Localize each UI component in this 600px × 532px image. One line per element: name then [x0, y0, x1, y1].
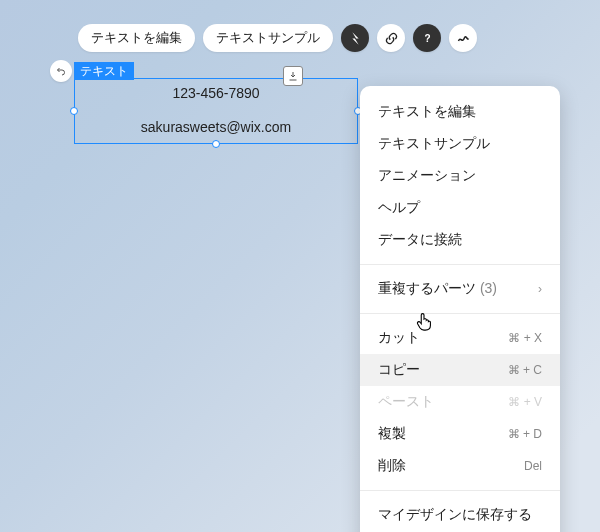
menu-duplicate[interactable]: 複製 ⌘ + D — [360, 418, 560, 450]
path-icon-button[interactable] — [449, 24, 477, 52]
editor-canvas[interactable]: テキストを編集 テキストサンプル ? テキスト 123-456-7890 sak… — [0, 0, 600, 532]
menu-delete[interactable]: 削除 Del — [360, 450, 560, 482]
text-sample-button[interactable]: テキストサンプル — [203, 24, 333, 52]
menu-text-sample-label: テキストサンプル — [378, 135, 490, 153]
link-icon — [384, 31, 399, 46]
resize-handle-bottom[interactable] — [212, 140, 220, 148]
context-menu: テキストを編集 テキストサンプル アニメーション ヘルプ データに接続 重複する… — [360, 86, 560, 532]
edit-text-button[interactable]: テキストを編集 — [78, 24, 195, 52]
menu-separator — [360, 490, 560, 491]
menu-delete-shortcut: Del — [524, 459, 542, 473]
squiggle-icon — [456, 31, 471, 46]
menu-paste-label: ペースト — [378, 393, 434, 411]
menu-separator — [360, 313, 560, 314]
svg-text:?: ? — [424, 32, 430, 43]
menu-help[interactable]: ヘルプ — [360, 192, 560, 224]
menu-help-label: ヘルプ — [378, 199, 420, 217]
menu-data-connect[interactable]: データに接続 — [360, 224, 560, 256]
menu-text-sample[interactable]: テキストサンプル — [360, 128, 560, 160]
menu-separator — [360, 264, 560, 265]
phone-text: 123-456-7890 — [75, 85, 357, 101]
text-sample-label: テキストサンプル — [216, 29, 320, 47]
menu-save-mydesign-label: マイデザインに保存する — [378, 506, 532, 524]
chevron-right-icon: › — [538, 282, 542, 296]
link-icon-button[interactable] — [377, 24, 405, 52]
menu-animation[interactable]: アニメーション — [360, 160, 560, 192]
menu-paste-shortcut: ⌘ + V — [508, 395, 542, 409]
undo-button[interactable] — [50, 60, 72, 82]
menu-animation-label: アニメーション — [378, 167, 476, 185]
element-toolbar: テキストを編集 テキストサンプル ? — [78, 24, 477, 52]
menu-cut[interactable]: カット ⌘ + X — [360, 322, 560, 354]
menu-duplicate-label: 複製 — [378, 425, 406, 443]
menu-data-connect-label: データに接続 — [378, 231, 462, 249]
menu-overlapping-parts[interactable]: 重複するパーツ (3) › — [360, 273, 560, 305]
menu-edit-text-label: テキストを編集 — [378, 103, 476, 121]
question-icon: ? — [420, 31, 435, 46]
resize-handle-left[interactable] — [70, 107, 78, 115]
menu-cut-shortcut: ⌘ + X — [508, 331, 542, 345]
menu-edit-text[interactable]: テキストを編集 — [360, 96, 560, 128]
menu-overlapping-count: (3) — [480, 280, 497, 296]
undo-icon — [55, 65, 67, 77]
menu-save-mydesign[interactable]: マイデザインに保存する — [360, 499, 560, 531]
edit-text-label: テキストを編集 — [91, 29, 182, 47]
menu-overlapping-label: 重複するパーツ (3) — [378, 280, 497, 298]
selected-text-element[interactable]: 123-456-7890 sakurasweets@wix.com — [74, 78, 358, 144]
menu-copy-shortcut: ⌘ + C — [508, 363, 542, 377]
menu-copy[interactable]: コピー ⌘ + C — [360, 354, 560, 386]
menu-delete-label: 削除 — [378, 457, 406, 475]
menu-cut-label: カット — [378, 329, 420, 347]
help-icon-button[interactable]: ? — [413, 24, 441, 52]
menu-overlapping-text: 重複するパーツ — [378, 280, 476, 296]
email-text: sakurasweets@wix.com — [75, 119, 357, 135]
menu-copy-label: コピー — [378, 361, 420, 379]
download-icon — [287, 70, 299, 82]
menu-paste: ペースト ⌘ + V — [360, 386, 560, 418]
download-button[interactable] — [283, 66, 303, 86]
menu-duplicate-shortcut: ⌘ + D — [508, 427, 542, 441]
flash-icon — [348, 31, 363, 46]
animation-icon-button[interactable] — [341, 24, 369, 52]
